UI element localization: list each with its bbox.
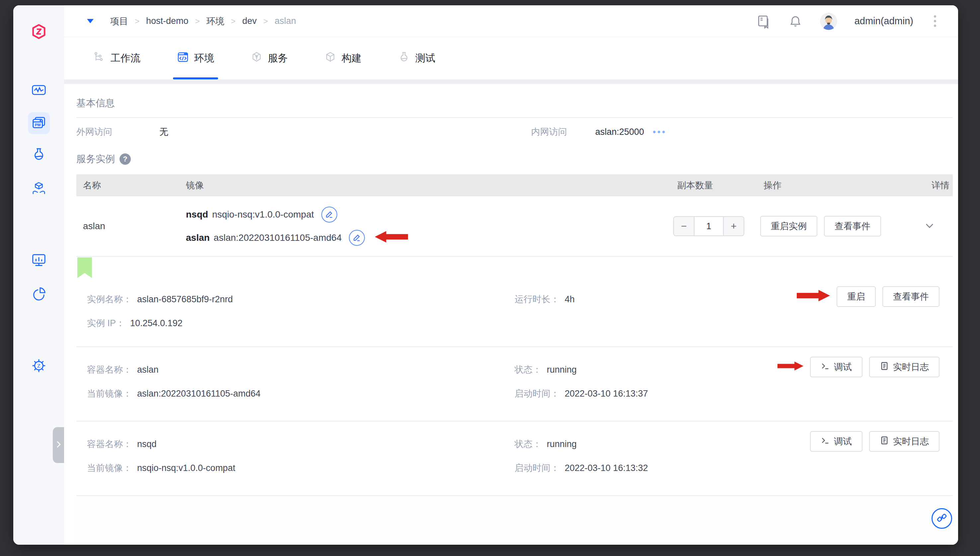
project-switcher-caret-icon[interactable] (87, 19, 93, 23)
sidebar-item-delivery[interactable] (28, 178, 50, 200)
tab-tests[interactable]: 测试 (398, 37, 435, 79)
topbar-right: admin(admin) (756, 13, 940, 30)
current-image-value: nsqio-nsq:v1.0.0-compat (137, 463, 235, 473)
container-name-value: nsqd (137, 439, 157, 449)
tab-label: 构建 (342, 52, 361, 65)
username[interactable]: admin(admin) (854, 16, 913, 27)
realtime-logs-button[interactable]: 实时日志 (869, 357, 940, 377)
tab-services[interactable]: 服务 (251, 37, 288, 79)
start-time-label: 启动时间： (514, 462, 559, 474)
sidebar-item-settings[interactable]: Z (28, 356, 50, 377)
view-events-button[interactable]: 查看事件 (882, 286, 940, 307)
external-access-value: 无 (160, 126, 168, 138)
restart-instance-button[interactable]: 重启实例 (760, 216, 817, 236)
edit-image-button[interactable] (321, 207, 337, 223)
breadcrumb-separator: > (135, 16, 139, 26)
breadcrumb: 项目 > host-demo > 环境 > dev > aslan (110, 15, 296, 27)
instance-name-value: aslan-6857685bf9-r2nrd (137, 294, 233, 305)
current-image-label: 当前镜像： (87, 388, 132, 399)
instance-row: 实例名称： aslan-6857685bf9-r2nrd 实例 IP： 10.2… (76, 257, 953, 347)
status-label: 状态： (514, 438, 542, 450)
col-operations: 操作 (760, 179, 906, 191)
expand-detail-toggle[interactable] (906, 220, 953, 233)
logs-label: 实时日志 (893, 361, 929, 373)
replica-increase-button[interactable]: + (724, 217, 744, 236)
container-name: nsqd (186, 209, 208, 220)
flask-icon (398, 51, 410, 65)
tab-label: 工作流 (111, 52, 140, 65)
sidebar-item-dashboard[interactable] (28, 80, 50, 102)
sidebar-item-testing[interactable] (28, 144, 50, 166)
heartbeat-monitor-icon (31, 82, 47, 99)
tab-label: 服务 (268, 52, 288, 65)
tab-divider (64, 79, 958, 84)
breadcrumb-env-name[interactable]: dev (242, 16, 257, 26)
tab-workflows[interactable]: 工作流 (93, 37, 140, 79)
internal-access-value: aslan:25000 (595, 127, 644, 137)
tab-builds[interactable]: 构建 (324, 37, 361, 79)
content-panel: 基本信息 外网访问 无 内网访问 aslan:25000 ••• 服务实例 ? (64, 84, 958, 545)
breadcrumb-environments[interactable]: 环境 (206, 15, 224, 27)
user-avatar[interactable] (820, 13, 837, 30)
sidebar-item-insight[interactable] (28, 284, 50, 305)
sidebar-collapse-handle[interactable] (53, 427, 64, 463)
sidebar-item-monitoring[interactable] (28, 250, 50, 272)
edit-image-button[interactable] (349, 230, 365, 246)
container-row: 容器名称： aslan 当前镜像： aslan:20220310161105-a… (76, 347, 953, 422)
gear-icon: Z (31, 358, 47, 375)
zadig-logo-icon[interactable] (31, 24, 47, 39)
logs-label: 实时日志 (893, 435, 929, 448)
terminal-icon (820, 361, 830, 373)
col-image: 镜像 (186, 179, 673, 191)
start-time-value: 2022-03-10 16:13:37 (565, 389, 648, 399)
container-name-label: 容器名称： (87, 364, 132, 376)
sidebar-item-projects[interactable]: PM (28, 112, 50, 134)
section-title-text: 基本信息 (76, 97, 115, 110)
help-icon[interactable]: ? (119, 154, 131, 165)
svg-text:Z: Z (37, 363, 40, 369)
debug-button[interactable]: 调试 (810, 431, 862, 452)
realtime-logs-button[interactable]: 实时日志 (869, 431, 940, 452)
container-name-value: aslan (137, 365, 159, 375)
status-value: running (547, 365, 577, 375)
breadcrumb-service-name: aslan (274, 16, 296, 26)
basic-info-title: 基本信息 (76, 97, 953, 110)
svg-text:PM: PM (35, 123, 40, 127)
restart-pod-button[interactable]: 重启 (837, 286, 876, 307)
col-name: 名称 (76, 179, 186, 191)
workflow-icon (93, 51, 105, 65)
instance-ip-label: 实例 IP： (87, 317, 125, 329)
app-window: PM Z 项目 > host-demo > (13, 5, 958, 545)
chevron-right-icon (53, 440, 63, 451)
view-events-button[interactable]: 查看事件 (824, 216, 881, 236)
section-title-text: 服务实例 (76, 152, 115, 166)
flask-icon (31, 147, 47, 163)
cube-icon (324, 51, 336, 65)
replica-decrease-button[interactable]: − (674, 217, 694, 236)
tab-environments[interactable]: 环境 (177, 37, 214, 79)
breadcrumb-project-name[interactable]: host-demo (146, 16, 189, 26)
log-file-icon (880, 436, 889, 448)
container-image-line: aslan aslan:20220310161105-amd64 (186, 230, 673, 246)
bell-icon[interactable] (788, 14, 803, 29)
breadcrumb-separator: > (195, 16, 200, 26)
share-link-button[interactable] (932, 508, 952, 529)
container-image: nsqio-nsq:v1.0.0-compat (212, 209, 314, 220)
current-image-value: aslan:20220310161105-amd64 (137, 389, 261, 399)
breadcrumb-projects[interactable]: 项目 (110, 15, 128, 27)
breadcrumb-separator: > (231, 16, 236, 26)
replica-count-input[interactable]: 1 (694, 217, 724, 236)
kebab-menu-icon[interactable] (930, 13, 940, 29)
docs-icon[interactable] (756, 14, 771, 29)
log-file-icon (880, 361, 889, 373)
debug-button[interactable]: 调试 (810, 357, 862, 377)
container-image-line: nsqd nsqio-nsq:v1.0.0-compat (186, 207, 673, 223)
package-hands-icon (31, 181, 47, 197)
annotation-arrow-right-icon (797, 289, 830, 305)
pie-chart-icon (31, 286, 47, 303)
debug-label: 调试 (834, 435, 852, 448)
more-endpoints-button[interactable]: ••• (653, 127, 667, 137)
table-header: 名称 镜像 副本数量 操作 详情 (76, 175, 953, 196)
tab-label: 环境 (194, 52, 214, 65)
chevron-down-icon (924, 220, 935, 233)
